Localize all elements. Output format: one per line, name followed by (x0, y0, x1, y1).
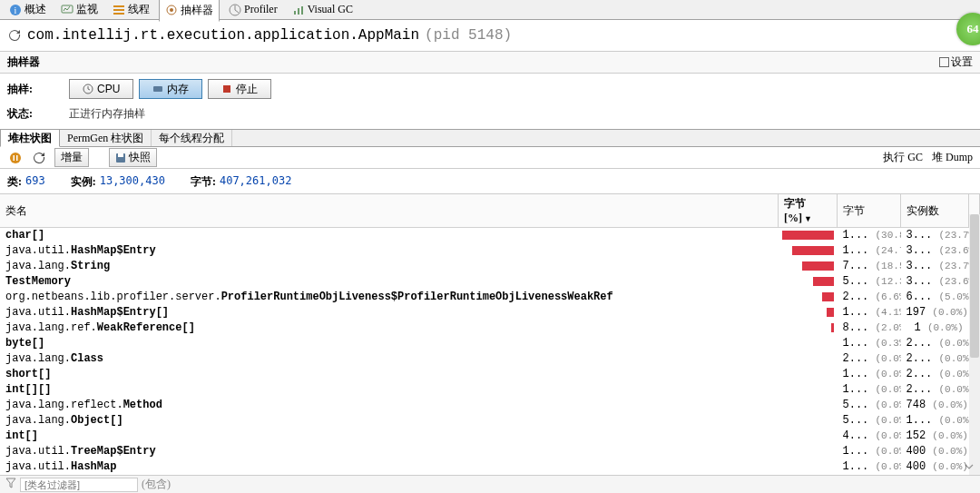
svg-rect-19 (118, 153, 123, 157)
cell-bar (779, 444, 838, 459)
col-bytes-pct[interactable]: 字节 [%]▼ (779, 194, 838, 228)
pid-text: (pid 5148) (425, 27, 512, 44)
table-row[interactable]: java.util.HashMap$Entry[]1... (4.1%)197 … (0, 305, 980, 320)
sub-tab-2[interactable]: 每个线程分配 (152, 130, 232, 146)
cell-bytes: 5... (12.3%) (838, 274, 901, 290)
table-row[interactable]: java.lang.reflect.Method5... (0.0%)748 (… (0, 398, 980, 413)
cell-classname: java.lang.reflect.Method (0, 398, 779, 413)
table-row[interactable]: java.lang.Class2... (0.0%)2... (0.0%) (0, 351, 980, 367)
svg-rect-4 (113, 9, 124, 11)
clock-icon (83, 84, 93, 94)
table-row[interactable]: java.lang.String7... (18.5%)3... (23.7%) (0, 259, 980, 274)
tab-threads[interactable]: 线程 (107, 0, 155, 20)
cell-instances: 1... (0.0%) (901, 413, 969, 429)
memory-button[interactable]: 内存 (139, 79, 202, 99)
cell-classname: java.util.TreeMap$Entry (0, 444, 779, 459)
stop-icon (221, 84, 232, 94)
profiler-icon (229, 4, 241, 16)
cpu-button[interactable]: CPU (69, 79, 133, 99)
cell-bar (779, 351, 838, 367)
cell-bar (779, 459, 838, 475)
cell-bar (779, 336, 838, 351)
cell-bytes: 2... (6.6%) (838, 290, 901, 305)
sampler-title: 抽样器 (7, 54, 40, 70)
cell-bytes: 1... (4.1%) (838, 305, 901, 320)
save-icon (115, 153, 126, 163)
stop-button[interactable]: 停止 (208, 79, 271, 99)
sort-desc-icon: ▼ (804, 214, 812, 223)
col-instances[interactable]: 实例数 (901, 194, 969, 228)
refresh-icon[interactable] (7, 28, 22, 43)
cell-classname: short[] (0, 367, 779, 382)
cell-instances: 3... (23.6%) (901, 243, 969, 259)
cell-bytes: 1... (0.0%) (838, 444, 901, 459)
tab-visualgc[interactable]: Visual GC (287, 0, 358, 19)
svg-rect-14 (223, 85, 230, 93)
cell-bar (779, 398, 838, 413)
svg-rect-10 (298, 8, 299, 15)
table-row[interactable]: java.lang.ref.WeakReference[]8... (2.0%)… (0, 320, 980, 336)
cell-bar (779, 413, 838, 429)
table-row[interactable]: org.netbeans.lib.profiler.server.Profile… (0, 290, 980, 305)
tab-monitor[interactable]: 监视 (55, 0, 103, 20)
table-row[interactable]: byte[]1... (0.3%)2... (0.0%) (0, 336, 980, 351)
svg-rect-16 (14, 155, 15, 161)
svg-point-15 (10, 153, 21, 163)
cell-instances: 1 (0.0%) (901, 320, 969, 336)
sample-label: 抽样: (7, 82, 53, 97)
stats-row: 类:693 实例:13,300,430 字节:407,261,032 (0, 169, 980, 194)
heap-table: 类名 字节 [%]▼ 字节 实例数 char[]1... (30.8%)3...… (0, 194, 980, 490)
col-bytes[interactable]: 字节 (838, 194, 901, 228)
settings-toggle[interactable]: 设置 (939, 54, 973, 70)
instances-label: 实例: (71, 174, 96, 190)
cell-instances: 3... (23.7%) (901, 228, 969, 243)
class-filter-input[interactable] (20, 478, 138, 492)
table-row[interactable]: int[]4... (0.0%)152 (0.0%) (0, 429, 980, 444)
status-value: 正进行内存抽样 (69, 106, 145, 122)
cell-instances: 6... (5.0%) (901, 290, 969, 305)
snapshot-button[interactable]: 快照 (109, 148, 157, 167)
chevron-down-icon[interactable] (964, 461, 976, 474)
gc-button[interactable]: 执行 GC (883, 150, 923, 165)
refresh-small-icon[interactable] (31, 150, 47, 166)
sub-tab-1[interactable]: PermGen 柱状图 (60, 130, 152, 146)
table-row[interactable]: java.util.TreeMap$Entry1... (0.0%)400 (0… (0, 444, 980, 459)
sample-controls: 抽样: CPU 内存 停止 (0, 74, 980, 104)
svg-rect-17 (16, 155, 18, 161)
table-row[interactable]: java.util.HashMap$Entry1... (24.7%)3... … (0, 243, 980, 259)
cell-bar (779, 367, 838, 382)
cell-instances: 197 (0.0%) (901, 305, 969, 320)
delta-button[interactable]: 增量 (54, 148, 89, 167)
table-row[interactable]: TestMemory5... (12.3%)3... (23.6%) (0, 274, 980, 290)
cell-classname: java.util.HashMap$Entry (0, 243, 779, 259)
cell-bytes: 1... (0.0%) (838, 459, 901, 475)
table-wrap: 类名 字节 [%]▼ 字节 实例数 char[]1... (30.8%)3...… (0, 194, 980, 493)
vertical-scrollbar[interactable] (969, 214, 980, 476)
sampler-header: 抽样器 设置 (0, 51, 980, 74)
col-classname[interactable]: 类名 (0, 194, 779, 228)
table-row[interactable]: int[][]1... (0.0%)2... (0.0%) (0, 382, 980, 398)
cell-instances: 748 (0.0%) (901, 398, 969, 413)
pause-icon[interactable] (7, 150, 24, 166)
svg-rect-11 (301, 6, 303, 15)
tab-info[interactable]: i概述 (4, 0, 52, 20)
sub-tabs: 堆柱状图PermGen 柱状图每个线程分配 (0, 129, 980, 147)
scrollbar-thumb[interactable] (970, 214, 979, 358)
top-tabs: i概述监视线程抽样器ProfilerVisual GC (0, 0, 980, 20)
table-row[interactable]: char[]1... (30.8%)3... (23.7%) (0, 228, 980, 243)
tab-sampler[interactable]: 抽样器 (159, 0, 220, 22)
threads-icon (113, 4, 125, 16)
dump-button[interactable]: 堆 Dump (932, 150, 973, 165)
table-row[interactable]: short[]1... (0.0%)2... (0.0%) (0, 367, 980, 382)
app-main-class: com.intellij.rt.execution.application.Ap… (27, 27, 419, 44)
table-row[interactable]: java.lang.Object[]5... (0.0%)1... (0.0%) (0, 413, 980, 429)
table-row[interactable]: java.util.HashMap1... (0.0%)400 (0.0%) (0, 459, 980, 475)
cell-bar (779, 259, 838, 274)
sub-tab-0[interactable]: 堆柱状图 (0, 129, 60, 147)
cell-bytes: 7... (18.5%) (838, 259, 901, 274)
tab-profiler[interactable]: Profiler (223, 0, 283, 19)
cell-classname: java.lang.Class (0, 351, 779, 367)
classes-value: 693 (25, 174, 45, 190)
cell-instances: 3... (23.7%) (901, 259, 969, 274)
cell-instances: 2... (0.0%) (901, 336, 969, 351)
